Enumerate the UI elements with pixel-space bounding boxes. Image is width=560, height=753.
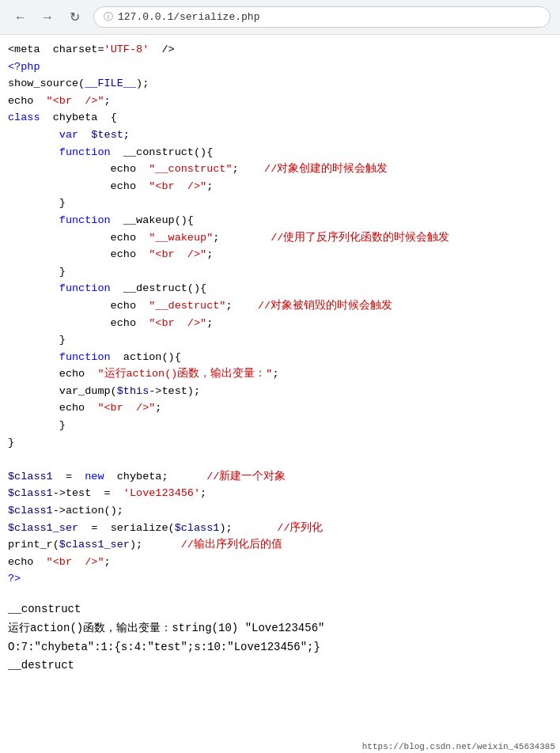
code-line-3: show_source(__FILE__); [8, 75, 552, 93]
code-display: <meta charset='UTF-8' /> <?php show_sour… [0, 35, 560, 594]
output-line-3: O:7:"chybeta":1:{s:4:"test";s:10:"Love12… [8, 638, 552, 657]
back-button[interactable]: ← [9, 6, 32, 28]
code-line-17: echo "<br />"; [8, 315, 552, 332]
code-line-5: class chybeta { [8, 109, 552, 127]
nav-buttons: ← → ↻ [9, 6, 85, 28]
code-line-24: } [8, 434, 552, 452]
code-line-12: echo "__wakeup"; //使用了反序列化函数的时候会触发 [8, 229, 552, 247]
code-line-9: echo "<br />"; [8, 178, 552, 195]
browser-toolbar: ← → ↻ ⓘ 127.0.0.1/serialize.php [0, 0, 560, 35]
code-line-28: $class1->action(); [8, 502, 552, 520]
code-line-13: echo "<br />"; [8, 246, 552, 263]
code-line-15: function __destruct(){ [8, 280, 552, 297]
code-line-14: } [8, 263, 552, 281]
code-line-18: } [8, 331, 552, 349]
code-line-26: $class1 = new chybeta; //新建一个对象 [8, 468, 552, 486]
code-line-8: echo "__construct"; //对象创建的时候会触发 [8, 161, 552, 178]
code-line-31: echo "<br />"; [8, 554, 552, 571]
code-line-1: <meta charset='UTF-8' /> [8, 41, 552, 59]
output-line-2: 运行action()函数，输出变量：string(10) "Love123456… [8, 619, 552, 638]
code-line-22: echo "<br />"; [8, 399, 552, 417]
code-line-6: var $test; [8, 127, 552, 144]
code-line-16: echo "__destruct"; //对象被销毁的时候会触发 [8, 297, 552, 315]
code-line-23: } [8, 417, 552, 434]
output-section: __construct 运行action()函数，输出变量：string(10)… [0, 594, 560, 679]
code-line-4: echo "<br />"; [8, 93, 552, 110]
code-line-25 [8, 451, 552, 468]
output-line-4: __destruct [8, 657, 552, 675]
code-line-29: $class1_ser = serialize($class1); //序列化 [8, 520, 552, 537]
code-line-7: function __construct(){ [8, 144, 552, 161]
info-icon: ⓘ [104, 10, 113, 24]
code-line-20: echo "运行action()函数，输出变量："; [8, 365, 552, 383]
code-line-19: function action(){ [8, 349, 552, 366]
address-bar[interactable]: ⓘ 127.0.0.1/serialize.php [93, 6, 551, 28]
status-bar: https://blog.csdn.net/weixin_45634385 [358, 740, 560, 753]
code-line-10: } [8, 195, 552, 212]
code-line-27: $class1->test = 'Love123456'; [8, 485, 552, 502]
code-line-21: var_dump($this->test); [8, 383, 552, 400]
code-line-30: print_r($class1_ser); //输出序列化后的值 [8, 536, 552, 554]
forward-button[interactable]: → [36, 6, 59, 28]
code-line-2: <?php [8, 59, 552, 76]
code-line-32: ?> [8, 570, 552, 588]
output-line-1: __construct [8, 600, 552, 619]
url-text: 127.0.0.1/serialize.php [118, 11, 259, 23]
reload-button[interactable]: ↻ [63, 6, 85, 28]
status-url: https://blog.csdn.net/weixin_45634385 [362, 742, 555, 751]
code-line-11: function __wakeup(){ [8, 212, 552, 229]
